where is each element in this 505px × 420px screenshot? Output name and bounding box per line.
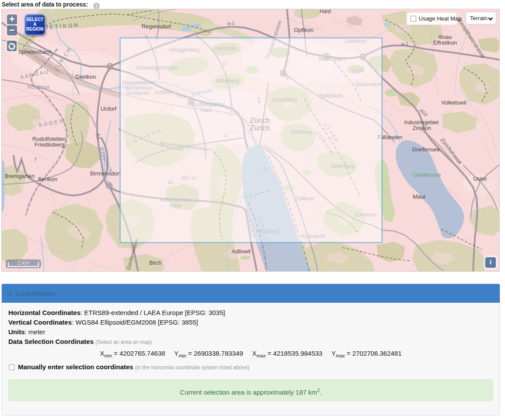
svg-text:A3: A3 — [95, 133, 102, 140]
svg-text:Uster: Uster — [473, 175, 487, 182]
svg-text:Effretikon: Effretikon — [433, 39, 457, 46]
svg-text:Urdorf: Urdorf — [101, 105, 117, 112]
svg-text:Bremgarten: Bremgarten — [5, 173, 35, 179]
svg-text:Greifensee: Greifensee — [413, 172, 441, 178]
svg-text:Friedlisberg: Friedlisberg — [35, 141, 64, 148]
svg-text:Industriegebiet: Industriegebiet — [404, 119, 439, 126]
svg-text:Rörimoos: Rörimoos — [27, 84, 49, 90]
svg-text:Hard: Hard — [319, 9, 331, 14]
svg-text:Zimikon: Zimikon — [413, 125, 431, 131]
svg-text:Dietikon: Dietikon — [76, 74, 96, 80]
svg-text:A-1: A-1 — [227, 20, 235, 26]
svg-text:Opfikon: Opfikon — [294, 27, 314, 33]
svg-text:Regensdorf: Regensdorf — [141, 23, 171, 30]
svg-text:Greifensee.: Greifensee. — [412, 146, 441, 153]
svg-text:Volketswil: Volketswil — [441, 99, 466, 106]
svg-text:A-1: A-1 — [400, 41, 408, 47]
svg-text:Maur: Maur — [413, 193, 426, 200]
svg-text:Spreitenbach: Spreitenbach — [18, 49, 52, 55]
svg-text:Adliswil: Adliswil — [231, 248, 250, 255]
svg-text:Berikon: Berikon — [38, 176, 57, 182]
svg-text:Birch: Birch — [149, 260, 161, 266]
svg-text:Birmensdorf: Birmensdorf — [90, 170, 121, 177]
